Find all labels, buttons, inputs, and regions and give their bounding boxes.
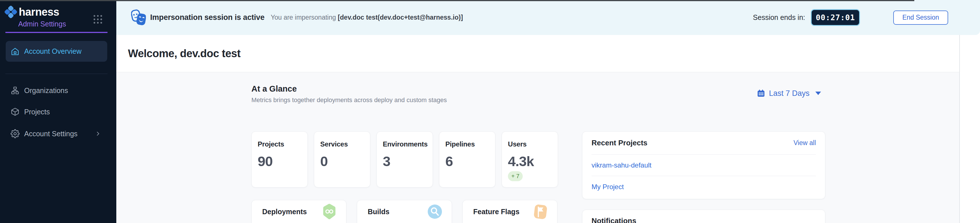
at-a-glance-title: At a Glance bbox=[251, 84, 297, 94]
impersonation-masks-icon bbox=[131, 8, 146, 27]
recent-projects-panel: Recent Projects View all vikram-sahu-def… bbox=[582, 131, 825, 199]
module-card-feature-flags[interactable]: Feature Flags bbox=[462, 200, 557, 223]
deployments-icon bbox=[322, 203, 337, 220]
builds-icon bbox=[428, 203, 442, 220]
sidebar-item-label: Account Settings bbox=[24, 130, 78, 138]
logo-text: harness bbox=[19, 6, 59, 18]
module-label: Deployments bbox=[262, 208, 307, 216]
admin-settings-label: Admin Settings bbox=[18, 20, 66, 28]
stat-card-pipelines: Pipelines 6 bbox=[439, 131, 495, 188]
sidebar-item-account-settings[interactable]: Account Settings bbox=[6, 125, 107, 142]
stat-card-users: Users 4.3k + 7 bbox=[502, 131, 558, 188]
impersonation-banner: Impersonation session is active You are … bbox=[116, 0, 980, 35]
session-cluster: Session ends in: 00:27:01 End Session bbox=[753, 9, 948, 26]
sidebar-item-label: Organizations bbox=[24, 86, 68, 95]
recent-project-link[interactable]: My Project bbox=[592, 176, 816, 198]
module-label: Builds bbox=[368, 208, 389, 216]
sidebar-accent-line bbox=[5, 32, 108, 33]
impersonation-message-target: [dev.doc test(dev.doc+test@harness.io)] bbox=[338, 14, 463, 21]
stat-card-services: Services 0 bbox=[314, 131, 370, 188]
recent-project-link[interactable]: vikram-sahu-default bbox=[592, 155, 816, 176]
session-timer: 00:27:01 bbox=[811, 9, 860, 26]
welcome-heading: Welcome, dev.doc test bbox=[128, 48, 240, 60]
stat-card-environments: Environments 3 bbox=[377, 131, 433, 188]
content-right-border bbox=[959, 35, 960, 223]
module-label: Feature Flags bbox=[473, 208, 520, 216]
at-a-glance-subtitle: Metrics brings together deployments acro… bbox=[251, 96, 447, 104]
sidebar-item-label: Projects bbox=[24, 108, 50, 116]
impersonation-title: Impersonation session is active bbox=[150, 13, 264, 22]
stat-card-projects: Projects 90 bbox=[251, 131, 308, 188]
chevron-right-icon bbox=[95, 131, 101, 137]
stat-label: Pipelines bbox=[445, 140, 489, 148]
home-icon bbox=[11, 47, 20, 56]
welcome-band: Welcome, dev.doc test bbox=[116, 35, 959, 72]
app-grid-icon[interactable] bbox=[94, 15, 102, 24]
stat-value: 6 bbox=[445, 155, 489, 168]
organizations-icon bbox=[11, 86, 20, 95]
sidebar-item-account-overview[interactable]: Account Overview bbox=[6, 41, 107, 62]
stat-value: 4.3k bbox=[508, 155, 552, 168]
feature-flags-icon bbox=[533, 203, 548, 220]
calendar-icon bbox=[756, 89, 765, 98]
project-link-label: My Project bbox=[592, 183, 624, 191]
harness-logo: harness bbox=[3, 5, 59, 19]
stat-value: 90 bbox=[258, 155, 301, 168]
projects-icon bbox=[11, 107, 20, 116]
sidebar: harness Admin Settings Account Overview … bbox=[0, 0, 116, 223]
impersonation-message: You are impersonating [dev.doc test(dev.… bbox=[271, 14, 463, 21]
harness-logo-icon bbox=[3, 5, 18, 19]
date-range-label: Last 7 Days bbox=[769, 89, 810, 98]
view-all-link[interactable]: View all bbox=[794, 139, 816, 147]
sidebar-item-projects[interactable]: Projects bbox=[6, 103, 107, 121]
stat-label: Services bbox=[320, 140, 364, 148]
session-ends-label: Session ends in: bbox=[753, 13, 805, 22]
module-card-builds[interactable]: Builds bbox=[357, 200, 452, 223]
caret-down-icon bbox=[815, 92, 821, 95]
window-top-strip bbox=[0, 0, 914, 1]
users-increase-badge: + 7 bbox=[508, 171, 523, 181]
notifications-panel: Notifications bbox=[582, 210, 825, 223]
notifications-title: Notifications bbox=[592, 217, 816, 223]
project-link-label: vikram-sahu-default bbox=[592, 161, 652, 169]
recent-projects-title: Recent Projects bbox=[592, 139, 648, 147]
gear-icon bbox=[11, 129, 20, 138]
stat-label: Environments bbox=[383, 140, 426, 148]
stat-value: 0 bbox=[320, 155, 364, 168]
end-session-button[interactable]: End Session bbox=[893, 11, 948, 25]
date-range-picker[interactable]: Last 7 Days bbox=[756, 89, 821, 98]
stat-value: 3 bbox=[383, 155, 426, 168]
main-content: At a Glance Metrics brings together depl… bbox=[116, 72, 959, 223]
modules-row: Deployments Builds Feature Flags bbox=[251, 200, 557, 223]
stats-row: Projects 90 Services 0 Environments 3 Pi… bbox=[251, 131, 558, 188]
stat-label: Projects bbox=[258, 140, 301, 148]
module-card-deployments[interactable]: Deployments bbox=[251, 200, 346, 223]
impersonation-message-prefix: You are impersonating bbox=[271, 14, 336, 21]
stat-label: Users bbox=[508, 140, 552, 148]
sidebar-item-label: Account Overview bbox=[24, 47, 81, 56]
sidebar-item-organizations[interactable]: Organizations bbox=[6, 82, 107, 99]
